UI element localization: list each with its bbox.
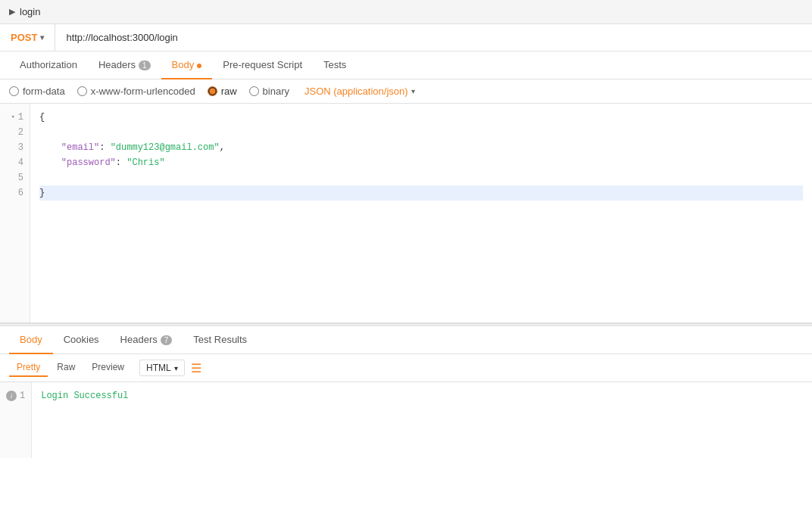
line-num-3: 3 xyxy=(6,140,23,155)
line-num-5: 5 xyxy=(6,170,23,185)
code-line-3: "email": "dummy123@gmail.com", xyxy=(39,140,803,155)
tab-body[interactable]: Body xyxy=(161,51,213,79)
response-tabs: Body Cookies Headers7 Test Results xyxy=(0,326,812,354)
form-data-option[interactable]: form-data xyxy=(9,86,65,97)
response-code-content: Login Successful xyxy=(32,382,812,458)
response-line-1: Login Successful xyxy=(41,388,803,403)
urlencoded-option[interactable]: x-www-form-urlencoded xyxy=(77,86,195,97)
response-tab-cookies[interactable]: Cookies xyxy=(53,326,110,354)
pretty-button[interactable]: Pretty xyxy=(9,359,48,377)
response-line-numbers: i 1 xyxy=(0,382,32,458)
response-body: i 1 Login Successful xyxy=(0,382,812,458)
code-line-4: "password": "Chris" xyxy=(39,155,803,170)
urlencoded-radio[interactable] xyxy=(77,86,87,96)
top-bar: ▶ login xyxy=(0,0,812,24)
html-format-label: HTML xyxy=(146,363,171,373)
code-line-5 xyxy=(39,170,803,185)
response-headers-badge: 7 xyxy=(161,335,173,345)
binary-option[interactable]: binary xyxy=(249,86,289,97)
json-chevron-icon: ▾ xyxy=(411,87,415,95)
html-format-select[interactable]: HTML ▾ xyxy=(139,360,185,376)
form-data-radio[interactable] xyxy=(9,86,19,96)
line-num-2: 2 xyxy=(6,125,23,140)
filter-icon-button[interactable]: ☰ xyxy=(191,361,201,375)
headers-badge: 1 xyxy=(139,61,151,70)
line-numbers: ▾ 1 2 3 4 5 6 xyxy=(0,104,30,322)
resp-line-num-1: i 1 xyxy=(6,388,25,403)
binary-radio[interactable] xyxy=(249,86,259,96)
code-line-1: { xyxy=(39,110,803,125)
tab-authorization[interactable]: Authorization xyxy=(9,51,88,79)
info-icon: i xyxy=(6,391,17,401)
code-line-6: } xyxy=(39,185,803,201)
request-tabs: Authorization Headers1 Body Pre-request … xyxy=(0,51,812,79)
url-display: http://localhost:3000/login xyxy=(55,24,812,51)
method-button[interactable]: POST ▾ xyxy=(0,24,55,51)
method-chevron-icon: ▾ xyxy=(40,33,44,42)
preview-button[interactable]: Preview xyxy=(84,359,132,377)
raw-button[interactable]: Raw xyxy=(49,359,83,377)
response-format-bar: Pretty Raw Preview HTML ▾ ☰ xyxy=(0,354,812,382)
raw-radio[interactable] xyxy=(208,86,217,96)
filter-lines-icon: ☰ xyxy=(191,362,201,375)
body-dot-indicator xyxy=(197,64,201,68)
request-title: login xyxy=(20,6,40,17)
tab-pre-request-script[interactable]: Pre-request Script xyxy=(212,51,313,79)
json-format-select[interactable]: JSON (application/json) ▾ xyxy=(304,86,415,97)
code-line-2 xyxy=(39,125,803,140)
method-label: POST xyxy=(11,32,37,43)
line-num-4: 4 xyxy=(6,155,23,170)
response-tab-headers[interactable]: Headers7 xyxy=(110,326,183,354)
html-chevron-icon: ▾ xyxy=(174,364,178,372)
expand-arrow-icon[interactable]: ▶ xyxy=(9,7,15,17)
body-options: form-data x-www-form-urlencoded raw bina… xyxy=(0,79,812,104)
tab-tests[interactable]: Tests xyxy=(313,51,357,79)
line-num-6: 6 xyxy=(6,185,23,201)
request-line: POST ▾ http://localhost:3000/login xyxy=(0,24,812,51)
code-editor: ▾ 1 2 3 4 5 6 { "email": "dummy123@gmail… xyxy=(0,104,812,323)
json-format-label: JSON (application/json) xyxy=(304,86,408,97)
tab-headers[interactable]: Headers1 xyxy=(88,51,161,79)
raw-option[interactable]: raw xyxy=(208,86,237,97)
response-tab-test-results[interactable]: Test Results xyxy=(183,326,258,354)
code-body[interactable]: { "email": "dummy123@gmail.com", "passwo… xyxy=(30,104,812,322)
line-num-1: ▾ 1 xyxy=(6,110,23,125)
response-tab-body[interactable]: Body xyxy=(9,326,53,354)
fold-arrow-icon[interactable]: ▾ xyxy=(11,110,14,125)
